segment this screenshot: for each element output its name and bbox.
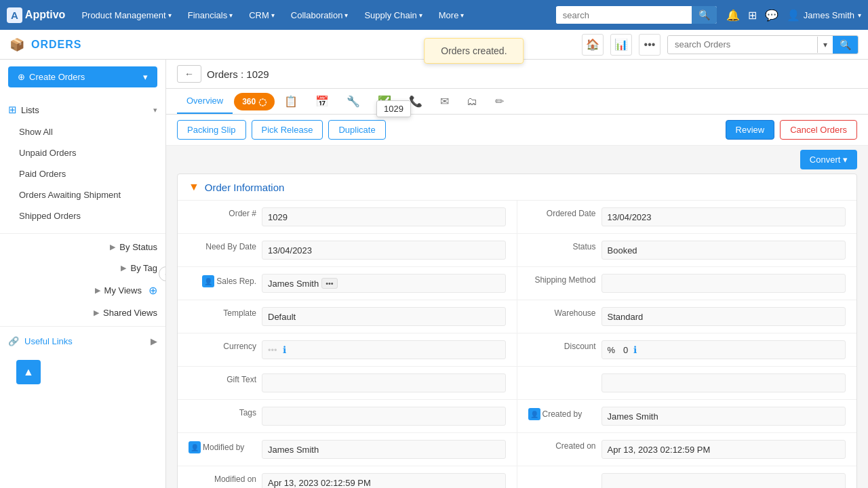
shared-views-section[interactable]: ▶ Shared Views <box>0 302 165 323</box>
nav-financials[interactable]: Financials ▾ <box>181 6 240 24</box>
sidebar-item-orders-awaiting-shipment[interactable]: Orders Awaiting Shipment <box>0 184 165 205</box>
sidebar: ⊕ Create Orders ▾ ⊞ Lists ▾ Show All Unp… <box>0 60 166 488</box>
tab-list-icon[interactable]: 📋 <box>276 89 306 113</box>
tab-edit-icon[interactable]: ✏ <box>487 89 512 113</box>
order-fields-grid: Order # 1029 Need By Date 13/04/2023 <box>178 201 856 488</box>
chevron-down-icon: ▾ <box>153 106 157 115</box>
breadcrumb-bar: ← Orders : 1029 <box>166 60 868 89</box>
modified-by-field: 👤 Modified by James Smith <box>178 433 517 466</box>
tab-overview[interactable]: Overview <box>177 89 233 114</box>
tab-email-icon[interactable]: ✉ <box>432 89 457 113</box>
currency-info-icon[interactable]: ℹ <box>283 344 286 355</box>
user-menu[interactable]: 👤 James Smith ▾ <box>787 9 861 22</box>
user-icon: 👤 <box>787 9 800 22</box>
global-search-button[interactable]: 🔍 <box>692 6 717 24</box>
nav-collaboration[interactable]: Collaboration ▾ <box>284 6 355 24</box>
warehouse-label: Warehouse <box>528 307 596 318</box>
currency-value: ••• ℹ <box>262 340 506 359</box>
nav-product-management[interactable]: Product Management ▾ <box>75 6 178 24</box>
chevron-down-icon: ▾ <box>419 12 422 19</box>
refresh-icon: ◌ <box>258 96 267 107</box>
nav-supply-chain[interactable]: Supply Chain ▾ <box>357 6 429 24</box>
sales-rep-field: 👤 Sales Rep. James Smith ••• <box>178 267 517 300</box>
by-tag-section[interactable]: ▶ By Tag <box>0 258 165 279</box>
chevron-right-icon: ▶ <box>95 286 100 295</box>
chevron-down-icon: ▾ <box>858 12 861 19</box>
discount-value: % 0 ℹ <box>601 340 846 359</box>
my-views-section[interactable]: ▶ My Views ⊕ <box>0 279 165 302</box>
tab-tools-icon[interactable]: 🔧 <box>338 89 368 113</box>
add-view-icon[interactable]: ⊕ <box>149 284 157 297</box>
grid-icon: ⊞ <box>8 104 17 116</box>
back-button[interactable]: ← <box>177 65 201 83</box>
need-by-date-label: Need By Date <box>189 241 256 251</box>
created-by-field: 👤 Created by James Smith <box>517 400 857 433</box>
ordered-date-value: 13/04/2023 <box>601 207 846 226</box>
discount-field: Discount % 0 ℹ <box>517 333 857 367</box>
nav-crm[interactable]: CRM ▾ <box>242 6 281 24</box>
created-on-value: Apr 13, 2023 02:12:59 PM <box>601 440 846 459</box>
global-search-input[interactable] <box>556 7 692 24</box>
orders-search-input[interactable] <box>668 36 817 53</box>
tags-value <box>262 407 506 426</box>
section-toggle-icon[interactable]: ▼ <box>189 181 199 193</box>
link-icon: 🔗 <box>8 336 19 346</box>
scroll-top-button[interactable]: ▲ <box>16 360 41 384</box>
bar-chart-icon[interactable]: 📊 <box>610 34 632 56</box>
tab-folder-icon[interactable]: 🗂 <box>458 90 486 113</box>
orders-title: ORDERS <box>31 39 81 51</box>
logo[interactable]: A Apptivo <box>7 7 65 23</box>
sales-rep-more-button[interactable]: ••• <box>321 278 338 289</box>
main-layout: ⊕ Create Orders ▾ ⊞ Lists ▾ Show All Unp… <box>0 60 868 488</box>
main-content: ← Orders : 1029 Overview 360 ◌ 📋 📅 🔧 ✅ 📞… <box>166 60 868 488</box>
need-by-date-field: Need By Date 13/04/2023 <box>178 234 517 267</box>
sidebar-item-unpaid-orders[interactable]: Unpaid Orders <box>0 142 165 163</box>
convert-button[interactable]: Convert ▾ <box>800 150 857 169</box>
lists-section-header[interactable]: ⊞ Lists ▾ <box>0 98 165 121</box>
orders-search-dropdown[interactable]: ▾ <box>817 37 833 53</box>
sidebar-item-paid-orders[interactable]: Paid Orders <box>0 163 165 184</box>
empty-field-1 <box>517 367 857 400</box>
order-information-card: ▼ Order Information Order # 1029 Need By… <box>177 174 857 488</box>
order-information-title: Order Information <box>205 182 285 193</box>
discount-info-icon[interactable]: ℹ <box>633 344 637 355</box>
action-toolbar: Packing Slip Pick Release Duplicate Revi… <box>166 115 868 146</box>
currency-label: Currency <box>189 340 256 351</box>
sidebar-item-shipped-orders[interactable]: Shipped Orders <box>0 205 165 226</box>
avatar-icon: 👤 <box>202 275 214 287</box>
chat-icon[interactable]: 💬 <box>765 9 778 22</box>
top-navigation: A Apptivo Product Management ▾ Financial… <box>0 0 868 30</box>
sales-rep-label: 👤 Sales Rep. <box>189 274 256 287</box>
chevron-down-icon: ▾ <box>344 12 348 19</box>
review-button[interactable]: Review <box>726 120 775 140</box>
breadcrumb-title: Orders : 1029 <box>207 68 269 80</box>
useful-links-section[interactable]: 🔗 Useful Links ▶ <box>0 329 165 353</box>
duplicate-button[interactable]: Duplicate <box>328 120 385 140</box>
home-icon[interactable]: 🏠 <box>582 34 604 56</box>
currency-field: Currency ••• ℹ <box>178 333 517 367</box>
cancel-orders-button[interactable]: Cancel Orders <box>780 120 857 140</box>
orders-icon: 📦 <box>9 37 24 52</box>
logo-text: Apptivo <box>25 9 66 21</box>
tab-360[interactable]: 360 ◌ <box>234 93 275 110</box>
tabs-bar: Overview 360 ◌ 📋 📅 🔧 ✅ 📞 ✉ 🗂 ✏ <box>166 89 868 115</box>
warehouse-value: Standard <box>601 307 846 326</box>
chevron-down-icon: ▾ <box>460 12 464 19</box>
lists-section: ⊞ Lists ▾ Show All Unpaid Orders Paid Or… <box>0 94 165 230</box>
sidebar-item-show-all[interactable]: Show All <box>0 121 165 142</box>
tags-label: Tags <box>189 407 256 418</box>
avatar-icon: 👤 <box>189 441 201 453</box>
warehouse-field: Warehouse Standard <box>517 300 857 333</box>
tab-calendar-icon[interactable]: 📅 <box>307 89 337 113</box>
by-status-section[interactable]: ▶ By Status <box>0 237 165 258</box>
nav-more[interactable]: More ▾ <box>432 6 471 24</box>
packing-slip-button[interactable]: Packing Slip <box>177 120 246 140</box>
create-orders-button[interactable]: ⊕ Create Orders ▾ <box>8 66 157 87</box>
orders-search-button[interactable]: 🔍 <box>833 36 858 54</box>
pick-release-button[interactable]: Pick Release <box>252 120 323 140</box>
order-number-value: 1029 <box>262 207 506 226</box>
more-options-icon[interactable]: ••• <box>639 34 660 56</box>
empty-field-2 <box>517 466 857 488</box>
apps-icon[interactable]: ⊞ <box>748 9 757 22</box>
bell-icon[interactable]: 🔔 <box>726 9 740 22</box>
